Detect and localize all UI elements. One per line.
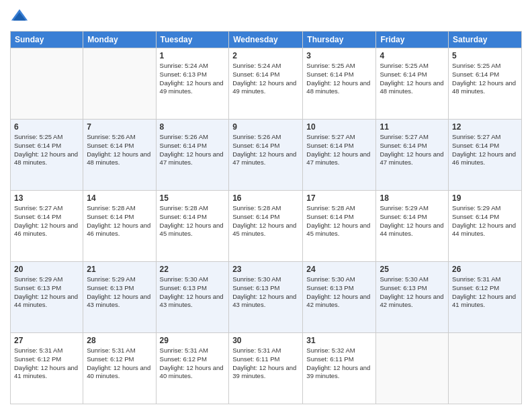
calendar-cell: 1Sunrise: 5:24 AM Sunset: 6:13 PM Daylig… xyxy=(156,48,229,120)
calendar-cell: 20Sunrise: 5:29 AM Sunset: 6:13 PM Dayli… xyxy=(11,262,83,333)
day-number: 19 xyxy=(452,193,518,203)
day-info: Sunrise: 5:28 AM Sunset: 6:14 PM Dayligh… xyxy=(160,204,226,238)
calendar-cell: 19Sunrise: 5:29 AM Sunset: 6:14 PM Dayli… xyxy=(449,191,522,262)
day-info: Sunrise: 5:31 AM Sunset: 6:12 PM Dayligh… xyxy=(87,347,152,381)
calendar-cell: 22Sunrise: 5:30 AM Sunset: 6:13 PM Dayli… xyxy=(156,262,229,333)
calendar-cell: 24Sunrise: 5:30 AM Sunset: 6:13 PM Dayli… xyxy=(303,262,376,333)
day-number: 8 xyxy=(160,122,226,132)
day-number: 10 xyxy=(306,122,372,132)
day-number: 2 xyxy=(232,51,299,60)
calendar-header-row: SundayMondayTuesdayWednesdayThursdayFrid… xyxy=(11,32,522,48)
calendar-header-thursday: Thursday xyxy=(303,32,376,48)
day-number: 4 xyxy=(380,51,445,60)
day-number: 1 xyxy=(160,51,226,60)
day-info: Sunrise: 5:27 AM Sunset: 6:14 PM Dayligh… xyxy=(380,133,445,167)
calendar-cell: 10Sunrise: 5:27 AM Sunset: 6:14 PM Dayli… xyxy=(303,120,376,191)
calendar-header-monday: Monday xyxy=(83,32,156,48)
day-info: Sunrise: 5:29 AM Sunset: 6:14 PM Dayligh… xyxy=(452,204,518,238)
day-number: 14 xyxy=(87,193,152,203)
calendar-cell: 14Sunrise: 5:28 AM Sunset: 6:14 PM Dayli… xyxy=(83,191,156,262)
calendar-header-tuesday: Tuesday xyxy=(156,32,229,48)
day-number: 17 xyxy=(306,193,372,203)
day-info: Sunrise: 5:26 AM Sunset: 6:14 PM Dayligh… xyxy=(160,133,226,167)
day-number: 24 xyxy=(306,265,372,274)
day-info: Sunrise: 5:28 AM Sunset: 6:14 PM Dayligh… xyxy=(306,204,372,238)
day-info: Sunrise: 5:25 AM Sunset: 6:14 PM Dayligh… xyxy=(380,62,445,96)
calendar-week-row: 1Sunrise: 5:24 AM Sunset: 6:13 PM Daylig… xyxy=(11,48,522,120)
day-number: 9 xyxy=(232,122,299,132)
calendar-cell: 2Sunrise: 5:24 AM Sunset: 6:14 PM Daylig… xyxy=(229,48,303,120)
day-number: 13 xyxy=(14,193,79,203)
page-header xyxy=(10,7,522,26)
calendar-cell: 13Sunrise: 5:27 AM Sunset: 6:14 PM Dayli… xyxy=(11,191,83,262)
day-number: 15 xyxy=(160,193,226,203)
calendar-week-row: 6Sunrise: 5:25 AM Sunset: 6:14 PM Daylig… xyxy=(11,120,522,191)
day-info: Sunrise: 5:27 AM Sunset: 6:14 PM Dayligh… xyxy=(306,133,372,167)
day-info: Sunrise: 5:31 AM Sunset: 6:12 PM Dayligh… xyxy=(160,347,226,381)
calendar-cell: 23Sunrise: 5:30 AM Sunset: 6:13 PM Dayli… xyxy=(229,262,303,333)
day-number: 22 xyxy=(160,265,226,274)
day-info: Sunrise: 5:29 AM Sunset: 6:13 PM Dayligh… xyxy=(14,275,79,310)
day-info: Sunrise: 5:31 AM Sunset: 6:12 PM Dayligh… xyxy=(452,275,518,310)
calendar-cell: 17Sunrise: 5:28 AM Sunset: 6:14 PM Dayli… xyxy=(303,191,376,262)
calendar-cell: 7Sunrise: 5:26 AM Sunset: 6:14 PM Daylig… xyxy=(83,120,156,191)
day-info: Sunrise: 5:27 AM Sunset: 6:14 PM Dayligh… xyxy=(14,204,79,238)
day-number: 5 xyxy=(452,51,518,60)
day-number: 26 xyxy=(452,265,518,274)
calendar-week-row: 13Sunrise: 5:27 AM Sunset: 6:14 PM Dayli… xyxy=(11,191,522,262)
calendar-cell: 5Sunrise: 5:25 AM Sunset: 6:14 PM Daylig… xyxy=(449,48,522,120)
day-number: 25 xyxy=(380,265,445,274)
calendar-cell xyxy=(83,48,156,120)
day-number: 20 xyxy=(14,265,79,274)
day-number: 12 xyxy=(452,122,518,132)
calendar-cell: 26Sunrise: 5:31 AM Sunset: 6:12 PM Dayli… xyxy=(449,262,522,333)
day-number: 23 xyxy=(232,265,299,274)
day-info: Sunrise: 5:30 AM Sunset: 6:13 PM Dayligh… xyxy=(232,275,299,310)
day-info: Sunrise: 5:24 AM Sunset: 6:14 PM Dayligh… xyxy=(232,62,299,96)
calendar-cell: 28Sunrise: 5:31 AM Sunset: 6:12 PM Dayli… xyxy=(83,333,156,404)
calendar-cell: 27Sunrise: 5:31 AM Sunset: 6:12 PM Dayli… xyxy=(11,333,83,404)
day-number: 27 xyxy=(14,336,79,345)
calendar-cell: 11Sunrise: 5:27 AM Sunset: 6:14 PM Dayli… xyxy=(376,120,449,191)
day-info: Sunrise: 5:31 AM Sunset: 6:12 PM Dayligh… xyxy=(14,347,79,381)
logo-icon xyxy=(10,7,29,26)
calendar-week-row: 20Sunrise: 5:29 AM Sunset: 6:13 PM Dayli… xyxy=(11,262,522,333)
day-info: Sunrise: 5:29 AM Sunset: 6:14 PM Dayligh… xyxy=(380,204,445,238)
day-info: Sunrise: 5:30 AM Sunset: 6:13 PM Dayligh… xyxy=(160,275,226,310)
day-info: Sunrise: 5:32 AM Sunset: 6:11 PM Dayligh… xyxy=(306,347,372,381)
calendar-cell: 15Sunrise: 5:28 AM Sunset: 6:14 PM Dayli… xyxy=(156,191,229,262)
day-info: Sunrise: 5:30 AM Sunset: 6:13 PM Dayligh… xyxy=(306,275,372,310)
calendar-cell: 16Sunrise: 5:28 AM Sunset: 6:14 PM Dayli… xyxy=(229,191,303,262)
day-info: Sunrise: 5:29 AM Sunset: 6:13 PM Dayligh… xyxy=(87,275,152,310)
calendar-cell: 6Sunrise: 5:25 AM Sunset: 6:14 PM Daylig… xyxy=(11,120,83,191)
day-info: Sunrise: 5:25 AM Sunset: 6:14 PM Dayligh… xyxy=(452,62,518,96)
calendar-header-wednesday: Wednesday xyxy=(229,32,303,48)
calendar-cell: 12Sunrise: 5:27 AM Sunset: 6:14 PM Dayli… xyxy=(449,120,522,191)
calendar-cell: 25Sunrise: 5:30 AM Sunset: 6:13 PM Dayli… xyxy=(376,262,449,333)
day-info: Sunrise: 5:24 AM Sunset: 6:13 PM Dayligh… xyxy=(160,62,226,96)
day-info: Sunrise: 5:25 AM Sunset: 6:14 PM Dayligh… xyxy=(306,62,372,96)
day-number: 28 xyxy=(87,336,152,345)
calendar-cell xyxy=(11,48,83,120)
day-number: 6 xyxy=(14,122,79,132)
calendar-cell xyxy=(376,333,449,404)
day-info: Sunrise: 5:25 AM Sunset: 6:14 PM Dayligh… xyxy=(14,133,79,167)
day-info: Sunrise: 5:26 AM Sunset: 6:14 PM Dayligh… xyxy=(232,133,299,167)
calendar-header-friday: Friday xyxy=(376,32,449,48)
day-info: Sunrise: 5:27 AM Sunset: 6:14 PM Dayligh… xyxy=(452,133,518,167)
day-info: Sunrise: 5:30 AM Sunset: 6:13 PM Dayligh… xyxy=(380,275,445,310)
calendar-header-sunday: Sunday xyxy=(11,32,83,48)
calendar-header-saturday: Saturday xyxy=(449,32,522,48)
calendar-cell: 3Sunrise: 5:25 AM Sunset: 6:14 PM Daylig… xyxy=(303,48,376,120)
calendar-cell: 18Sunrise: 5:29 AM Sunset: 6:14 PM Dayli… xyxy=(376,191,449,262)
day-info: Sunrise: 5:31 AM Sunset: 6:11 PM Dayligh… xyxy=(232,347,299,381)
day-number: 3 xyxy=(306,51,372,60)
calendar-cell: 29Sunrise: 5:31 AM Sunset: 6:12 PM Dayli… xyxy=(156,333,229,404)
day-info: Sunrise: 5:26 AM Sunset: 6:14 PM Dayligh… xyxy=(87,133,152,167)
day-number: 31 xyxy=(306,336,372,345)
calendar-week-row: 27Sunrise: 5:31 AM Sunset: 6:12 PM Dayli… xyxy=(11,333,522,404)
day-number: 29 xyxy=(160,336,226,345)
day-number: 16 xyxy=(232,193,299,203)
calendar-cell xyxy=(449,333,522,404)
calendar-cell: 4Sunrise: 5:25 AM Sunset: 6:14 PM Daylig… xyxy=(376,48,449,120)
